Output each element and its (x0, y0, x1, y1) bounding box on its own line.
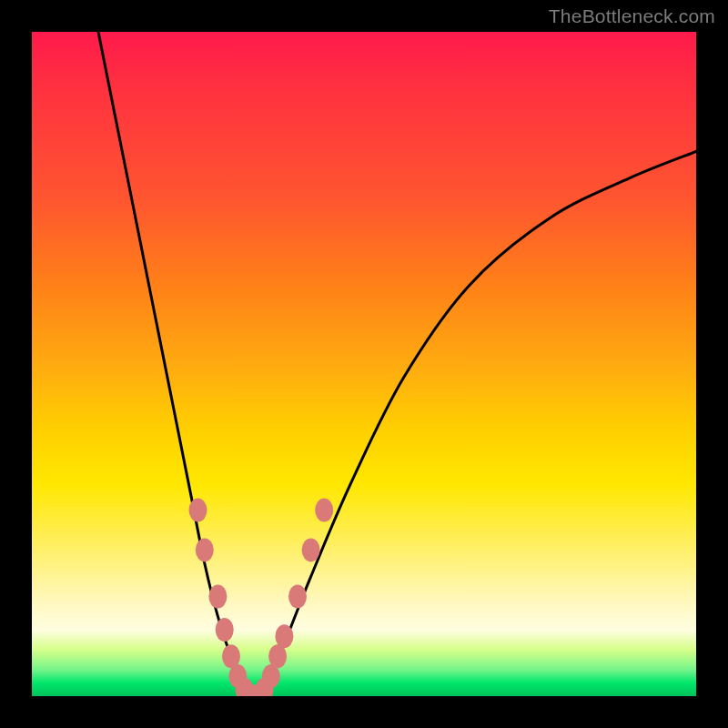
marker-point (275, 624, 293, 648)
marker-point (196, 538, 214, 561)
chart-svg (32, 32, 696, 696)
plot-area (32, 32, 696, 696)
marker-point (216, 618, 234, 642)
marker-point (288, 585, 307, 609)
marker-point (302, 538, 320, 561)
curve-left-branch (98, 32, 251, 696)
marker-group (189, 499, 334, 696)
marker-point (189, 499, 207, 522)
curve-right-branch (251, 151, 696, 696)
chart-stage: TheBottleneck.com (0, 0, 728, 728)
marker-point (208, 585, 227, 609)
watermark-text: TheBottleneck.com (549, 5, 715, 27)
marker-point (315, 499, 333, 522)
